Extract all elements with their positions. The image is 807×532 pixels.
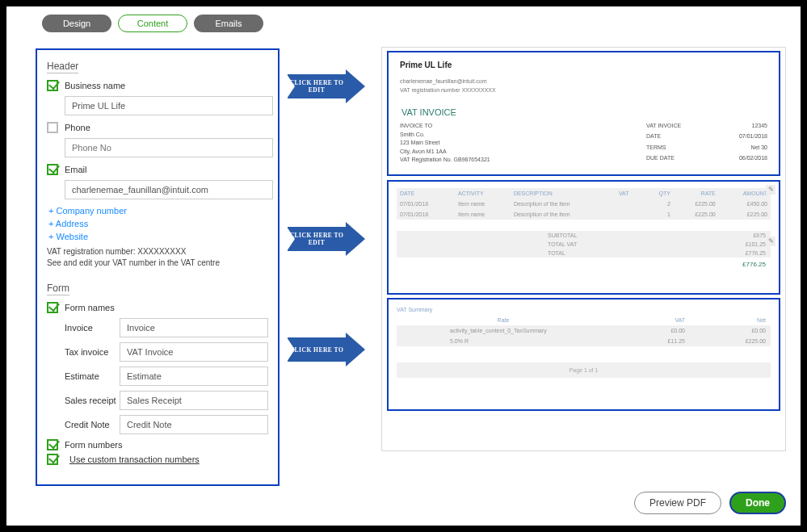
preview-items-region[interactable]: ✎ DATE ACTIVITY DESCRIPTION VAT QTY RATE… [387, 180, 780, 295]
input-tax-invoice-name[interactable] [120, 342, 268, 362]
label-tax-invoice: Tax invoice [47, 347, 120, 357]
label-email: Email [65, 165, 87, 174]
vat-registration-note: VAT registration number: XXXXXXXXX See a… [47, 246, 268, 269]
page-indicator: Page 1 of 1 [397, 362, 771, 378]
input-invoice-name[interactable] [120, 318, 268, 337]
checkbox-phone[interactable] [47, 122, 58, 133]
arrow-annotation-3: CLICK HERE TO [288, 333, 367, 367]
checkbox-business-name[interactable] [47, 80, 58, 91]
arrow-annotation-1: CLICK HERE TO EDIT [288, 69, 367, 103]
section-header: Header [47, 61, 78, 73]
invoice-preview: Prime UL Life charlenemae_faunillan@intu… [381, 47, 786, 451]
preview-header-region[interactable]: Prime UL Life charlenemae_faunillan@intu… [387, 51, 780, 176]
pencil-icon[interactable]: ✎ [766, 185, 775, 195]
input-email[interactable] [65, 180, 273, 199]
input-business-name[interactable] [65, 96, 273, 115]
input-phone[interactable] [65, 138, 273, 157]
pencil-icon[interactable]: ✎ [766, 237, 775, 246]
table-row: 07/01/2018 Item name Description of the … [397, 199, 771, 209]
label-business-name: Business name [65, 81, 125, 90]
label-phone: Phone [65, 123, 90, 132]
checkbox-email[interactable] [47, 164, 58, 175]
app-window: Design Content Emails Header Business na… [6, 6, 801, 526]
checkbox-custom-txn[interactable] [47, 454, 58, 465]
checkbox-form-numbers[interactable] [47, 439, 58, 450]
input-sales-receipt-name[interactable] [120, 391, 268, 410]
button-bar: Preview PDF Done [634, 492, 786, 514]
tabs-bar: Design Content Emails [6, 6, 801, 37]
vat-summary-header: Rate VAT Net [397, 315, 771, 325]
label-credit-note: Credit Note [47, 420, 120, 429]
link-website[interactable]: + Website [48, 232, 268, 241]
tab-emails[interactable]: Emails [194, 15, 263, 32]
table-row: 07/01/2018 Item name Description of the … [397, 209, 771, 220]
input-estimate-name[interactable] [120, 367, 268, 386]
preview-business-name: Prime UL Life [400, 61, 767, 69]
preview-vat-summary-region[interactable]: VAT Summary Rate VAT Net activity_table_… [387, 298, 780, 411]
vat-summary-row: activity_table_content_0_TaxSummary £0.0… [397, 325, 771, 336]
preview-doc-title: VAT INVOICE [401, 107, 767, 117]
preview-bill-to: INVOICE TO Smith Co. 123 Main Street Cit… [400, 122, 646, 165]
input-credit-note-name[interactable] [120, 415, 268, 434]
link-company-number[interactable]: + Company number [48, 206, 268, 216]
label-custom-txn: Use custom transaction numbers [69, 455, 200, 464]
preview-invoice-meta: VAT INVOICE12345 DATE07/01/2018 TERMSNet… [646, 122, 767, 165]
label-invoice: Invoice [47, 323, 120, 333]
preview-contact-lines: charlenemae_faunillan@intuit.com VAT reg… [400, 77, 767, 94]
label-estimate: Estimate [47, 371, 120, 381]
link-address[interactable]: + Address [48, 219, 268, 228]
preview-balance-due: £776.25 [397, 258, 771, 271]
checkbox-form-names[interactable] [47, 302, 58, 313]
label-sales-receipt: Sales receipt [47, 396, 120, 405]
done-button[interactable]: Done [729, 492, 786, 514]
arrow-annotation-2: CLICK HERE TO EDIT [288, 222, 367, 256]
tab-design[interactable]: Design [42, 15, 111, 32]
tab-content[interactable]: Content [118, 15, 187, 32]
vat-summary-title: VAT Summary [397, 306, 771, 315]
section-form: Form [47, 283, 69, 295]
label-form-numbers: Form numbers [65, 440, 123, 450]
vat-summary-row: 5.0% R £11.25 £225.00 [397, 336, 771, 346]
preview-line-items-table: DATE ACTIVITY DESCRIPTION VAT QTY RATE A… [397, 188, 771, 220]
edit-panel: Header Business name Phone Email + Compa… [36, 48, 280, 486]
preview-pdf-button[interactable]: Preview PDF [634, 492, 721, 514]
label-form-names: Form names [65, 303, 115, 312]
preview-totals: SUBTOTAL£675 TOTAL VAT£101.25 TOTAL£776.… [397, 231, 771, 258]
